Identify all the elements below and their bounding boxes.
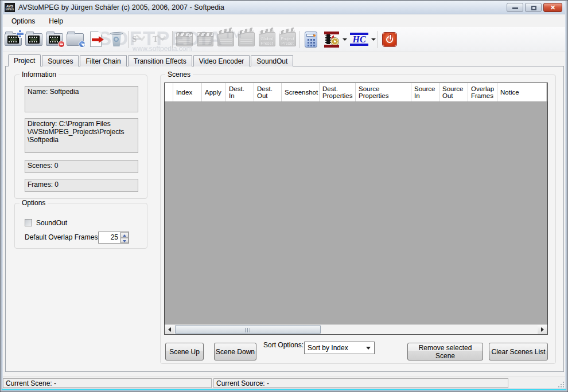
preview-scene-button <box>215 28 236 51</box>
source-check-button: S <box>130 28 150 51</box>
column-header-screenshot[interactable]: Screenshot <box>282 83 320 101</box>
project-name-box: Name: Softpedia <box>25 86 138 112</box>
app-icon-text-bottom: MPEG <box>6 8 14 11</box>
column-header-source-out[interactable]: Source Out <box>440 83 468 101</box>
scroll-left-button[interactable] <box>165 325 174 334</box>
overlap-frames-label: Default Overlap Frames: <box>25 233 100 241</box>
minimize-button[interactable] <box>507 3 523 12</box>
close-icon: ✕ <box>544 4 562 11</box>
options-title: Options <box>20 199 48 207</box>
power-icon <box>382 32 397 47</box>
right-arrow-icon <box>541 327 544 332</box>
export-page-icon <box>90 32 102 47</box>
menu-help[interactable]: Help <box>44 16 68 26</box>
open-project-button[interactable] <box>24 28 44 51</box>
tab-soundout[interactable]: SoundOut <box>251 55 293 66</box>
sort-options-dropdown[interactable]: Sort by Index <box>304 342 375 354</box>
information-groupbox: Information Name: Softpedia Directory: C… <box>14 75 147 199</box>
project-preset-button: Project Preset <box>277 28 298 51</box>
column-header-apply[interactable]: Apply <box>203 83 226 101</box>
overlap-frames-spinner[interactable]: 25 <box>98 232 129 244</box>
horizontal-scrollbar[interactable] <box>165 324 547 334</box>
scenes-table-body[interactable] <box>165 102 547 324</box>
calculator-button[interactable] <box>301 28 321 51</box>
scroll-right-button[interactable] <box>538 325 547 334</box>
information-title: Information <box>20 70 59 79</box>
title-bar[interactable]: AVS MPEG AVStoMPEG by Jürgen Schäfer (c)… <box>1 1 567 14</box>
dropdown-arrow-icon <box>366 347 371 350</box>
sort-options-label: Sort Options: <box>263 341 304 349</box>
soundout-label: SoundOut <box>36 219 67 227</box>
delete-project-button[interactable] <box>44 28 65 51</box>
app-icon: AVS MPEG <box>5 3 15 12</box>
plus-badge-icon <box>17 30 24 37</box>
scenes-groupbox: Scenes IndexApplyDest. InDest. OutScreen… <box>160 75 556 364</box>
project-directory-box: Directory: C:\Program Files \AVStoMPEG_P… <box>25 118 138 153</box>
film-to-disc-icon <box>323 31 340 48</box>
hc-encoder-icon: HC <box>349 33 369 46</box>
project-preset-icon: Project Preset <box>279 32 296 46</box>
scrollbar-thumb[interactable] <box>175 325 321 334</box>
scenes-table-header: IndexApplyDest. InDest. OutScreenshotDes… <box>165 83 547 102</box>
dropdown-arrow-icon[interactable] <box>371 38 376 41</box>
global-preset-icon: Global Preset <box>259 32 275 46</box>
column-header-index[interactable]: Index <box>174 83 202 101</box>
scene-button <box>194 28 215 51</box>
spinner-down-button[interactable] <box>120 238 129 244</box>
scene-down-button[interactable]: Scene Down <box>214 343 256 360</box>
column-header-selector[interactable] <box>165 83 173 101</box>
tab-filter-chain[interactable]: Filter Chain <box>80 55 126 66</box>
scene-up-button[interactable]: Scene Up <box>165 343 204 360</box>
import-project-button[interactable] <box>65 28 85 51</box>
frames-count-box: Frames: 0 <box>25 179 138 192</box>
tab-video-encoder[interactable]: Video Encoder <box>193 55 250 66</box>
export-button[interactable] <box>85 28 106 51</box>
new-project-button[interactable] <box>3 28 24 51</box>
close-button[interactable]: ✕ <box>543 3 562 12</box>
encode-to-disc-button[interactable] <box>321 28 349 51</box>
film-icon <box>28 36 40 44</box>
menu-options[interactable]: Options <box>6 16 40 26</box>
window-title: AVStoMPEG by Jürgen Schäfer (c) 2005, 20… <box>18 3 224 11</box>
open-project-folder-icon <box>25 33 42 46</box>
column-header-dest-properties[interactable]: Dest. Properties <box>320 83 356 101</box>
column-header-notice[interactable]: Notice <box>498 83 547 101</box>
clapperboard-add-icon: + <box>176 32 193 46</box>
clear-scenes-list-button[interactable]: Clear Scenes List <box>489 343 548 360</box>
window-border-left <box>1 1 3 391</box>
remove-selected-scene-button[interactable]: Remove selected Scene <box>407 343 483 360</box>
soundout-checkbox[interactable] <box>25 219 32 226</box>
current-source-panel: Current Source: - <box>213 378 508 388</box>
status-bar: Current Scene: - Current Source: - <box>3 377 565 389</box>
add-scene-button: + <box>174 28 194 51</box>
window-border-accent <box>2 389 566 390</box>
tab-sources[interactable]: Sources <box>42 55 79 66</box>
column-header-source-in[interactable]: Source In <box>412 83 439 101</box>
toolbar-separator <box>378 31 378 48</box>
toolbar-separator <box>172 31 173 48</box>
column-header-overlap-frames[interactable]: Overlap Frames <box>469 83 497 101</box>
download-badge-icon <box>79 41 85 48</box>
dropdown-arrow-icon[interactable] <box>343 38 347 41</box>
column-header-source-properties[interactable]: Source Properties <box>356 83 411 101</box>
app-window: AVS MPEG AVStoMPEG by Jürgen Schäfer (c)… <box>0 0 568 392</box>
toolbar: SOFTPEDIA™ www.softpedia.com <box>3 27 565 52</box>
column-header-dest-out[interactable]: Dest. Out <box>255 83 282 101</box>
maximize-button[interactable] <box>525 3 542 12</box>
sort-options-value: Sort by Index <box>308 344 348 352</box>
tab-strip: ProjectSourcesFilter ChainTransition Eff… <box>8 54 294 66</box>
hc-encoder-button[interactable]: HC <box>349 28 376 51</box>
scenes-table: IndexApplyDest. InDest. OutScreenshotDes… <box>164 83 548 335</box>
exit-button[interactable] <box>379 28 400 51</box>
calculator-icon <box>305 32 317 48</box>
recycle-bin-button[interactable] <box>106 28 127 51</box>
spinner-up-button[interactable] <box>120 232 129 238</box>
import-folder-icon <box>67 33 84 46</box>
column-header-dest-in[interactable]: Dest. In <box>227 83 254 101</box>
recycle-bin-icon <box>111 32 122 46</box>
scrollbar-grip-icon <box>245 328 251 332</box>
resize-grip[interactable] <box>557 381 564 387</box>
tab-transition-effects[interactable]: Transition Effects <box>128 55 192 66</box>
tab-project[interactable]: Project <box>8 54 41 66</box>
minus-badge-icon <box>58 41 65 48</box>
